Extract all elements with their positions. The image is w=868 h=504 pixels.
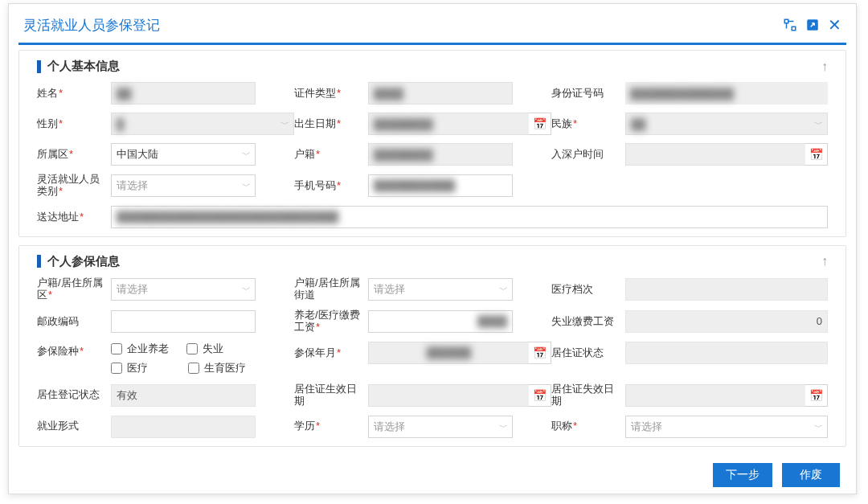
select-region[interactable]: 中国大陆﹀ xyxy=(111,143,256,166)
title-placeholder: 请选择 xyxy=(631,420,662,434)
label-huji: 户籍* xyxy=(294,148,368,161)
huji-district-placeholder: 请选择 xyxy=(117,282,148,297)
select-huji-street[interactable]: 请选择﹀ xyxy=(368,278,513,301)
input-id-type: ████ xyxy=(368,82,513,104)
select-gender[interactable]: █﹀ xyxy=(111,113,294,135)
input-permit-status xyxy=(625,342,828,364)
panel-basic-info: 个人基本信息 ↑ 姓名* ██ 证件类型* ████ 身份证号码 xyxy=(18,50,846,237)
label-unemp-wage: 失业缴费工资 xyxy=(551,315,625,328)
label-name: 姓名* xyxy=(37,87,111,100)
next-button[interactable]: 下一步 xyxy=(713,463,772,487)
label-permit-status: 居住证状态 xyxy=(551,346,625,359)
close-icon[interactable]: ✕ xyxy=(828,15,841,35)
label-job-form: 就业形式 xyxy=(37,420,111,432)
flex-type-placeholder: 请选择 xyxy=(117,178,148,193)
label-id-type: 证件类型* xyxy=(294,87,368,100)
label-huji-district: 户籍/居住所属区* xyxy=(37,277,111,301)
calendar-icon[interactable]: 📅 xyxy=(805,384,828,407)
huji-street-placeholder: 请选择 xyxy=(374,282,405,297)
title-bar-icon xyxy=(37,60,41,73)
label-pension-wage: 养老/医疗缴费工资* xyxy=(294,309,368,334)
checkbox-pension[interactable]: 企业养老 xyxy=(111,342,169,356)
label-permit-end: 居住证失效日期 xyxy=(551,383,625,408)
calendar-icon[interactable]: 📅 xyxy=(805,143,828,166)
input-ins-month[interactable]: ██████ xyxy=(368,342,529,364)
select-huji-district[interactable]: 请选择﹀ xyxy=(111,278,256,301)
panel-basic-title: 个人基本信息 xyxy=(37,59,120,74)
label-medical-level: 医疗档次 xyxy=(551,283,625,296)
collapse-icon[interactable]: ↑ xyxy=(821,254,828,268)
label-postcode: 邮政编码 xyxy=(37,315,111,328)
panel-insure-title-text: 个人参保信息 xyxy=(47,254,120,269)
input-birth[interactable]: ████████ xyxy=(368,113,529,135)
export-icon[interactable] xyxy=(805,18,820,32)
input-enter-sz[interactable] xyxy=(625,143,805,166)
input-pension-wage[interactable]: ████ xyxy=(368,310,513,333)
checkbox-unemployment[interactable]: 失业 xyxy=(186,342,223,356)
label-id-no: 身份证号码 xyxy=(551,87,625,100)
form-scroll-area[interactable]: 个人基本信息 ↑ 姓名* ██ 证件类型* ████ 身份证号码 xyxy=(9,50,856,457)
calendar-icon[interactable]: 📅 xyxy=(529,342,551,364)
input-job-form xyxy=(111,416,256,438)
label-phone: 手机号码* xyxy=(294,179,368,192)
label-flex-type: 灵活就业人员类别* xyxy=(37,174,111,198)
checkbox-maternity[interactable]: 生育医疗 xyxy=(188,361,246,375)
label-ins-month: 参保年月* xyxy=(294,346,368,359)
collapse-icon[interactable]: ↑ xyxy=(821,59,828,74)
label-ethnic: 民族* xyxy=(551,117,625,130)
header-underline xyxy=(18,43,846,45)
input-medical-level xyxy=(625,278,828,301)
input-address[interactable]: ██████████████████████████████ xyxy=(111,206,828,228)
title-bar-icon xyxy=(37,255,41,268)
workflow-icon[interactable] xyxy=(783,18,797,32)
select-flex-type[interactable]: 请选择﹀ xyxy=(111,174,256,197)
void-button[interactable]: 作废 xyxy=(782,463,840,487)
input-huji: ████████ xyxy=(368,143,513,166)
modal-footer: 下一步 作废 xyxy=(9,457,856,494)
panel-basic-title-text: 个人基本信息 xyxy=(47,59,120,74)
modal-dialog: 灵活就业人员参保登记 ✕ 个人基本信息 ↑ xyxy=(8,3,857,494)
input-phone[interactable]: ███████████ xyxy=(368,174,513,197)
select-title[interactable]: 请选择﹀ xyxy=(625,416,828,438)
label-edu: 学历* xyxy=(294,420,368,432)
input-name: ██ xyxy=(111,82,256,104)
label-birth: 出生日期* xyxy=(294,117,368,130)
calendar-icon[interactable]: 📅 xyxy=(529,113,551,135)
label-region: 所属区* xyxy=(37,148,111,161)
panel-insure-info: 个人参保信息 ↑ 户籍/居住所属区* 请选择﹀ 户籍/居住所属街道 请选择﹀ xyxy=(18,245,846,447)
input-reg-status: 有效 xyxy=(111,384,256,407)
label-title: 职称* xyxy=(551,420,625,432)
input-permit-start[interactable] xyxy=(368,384,529,407)
label-gender: 性别* xyxy=(37,117,111,130)
edu-placeholder: 请选择 xyxy=(374,420,405,434)
input-unemp-wage: 0 xyxy=(625,310,828,333)
label-enter-sz: 入深户时间 xyxy=(551,148,625,161)
panel-insure-title: 个人参保信息 xyxy=(37,254,120,269)
svg-rect-1 xyxy=(792,27,796,31)
calendar-icon[interactable]: 📅 xyxy=(529,384,551,407)
svg-rect-0 xyxy=(784,19,788,23)
label-address: 送达地址* xyxy=(37,211,111,223)
label-huji-street: 户籍/居住所属街道 xyxy=(294,277,368,301)
input-permit-end[interactable] xyxy=(625,384,805,407)
checkbox-medical[interactable]: 医疗 xyxy=(111,361,148,375)
select-edu[interactable]: 请选择﹀ xyxy=(368,416,513,438)
unemp-wage-value: 0 xyxy=(817,315,822,327)
label-reg-status: 居住登记状态 xyxy=(37,388,111,401)
modal-header: 灵活就业人员参保登记 ✕ xyxy=(9,4,856,43)
select-ethnic[interactable]: ██﹀ xyxy=(625,113,828,135)
input-id-no: ██████████████ xyxy=(625,82,828,104)
label-permit-start: 居住证生效日期 xyxy=(294,383,368,408)
modal-title: 灵活就业人员参保登记 xyxy=(23,16,160,35)
input-postcode[interactable] xyxy=(111,310,256,333)
header-actions: ✕ xyxy=(783,15,841,35)
region-value: 中国大陆 xyxy=(117,147,158,162)
reg-status-value: 有效 xyxy=(117,388,137,403)
label-ins-types: 参保险种* xyxy=(37,342,111,358)
